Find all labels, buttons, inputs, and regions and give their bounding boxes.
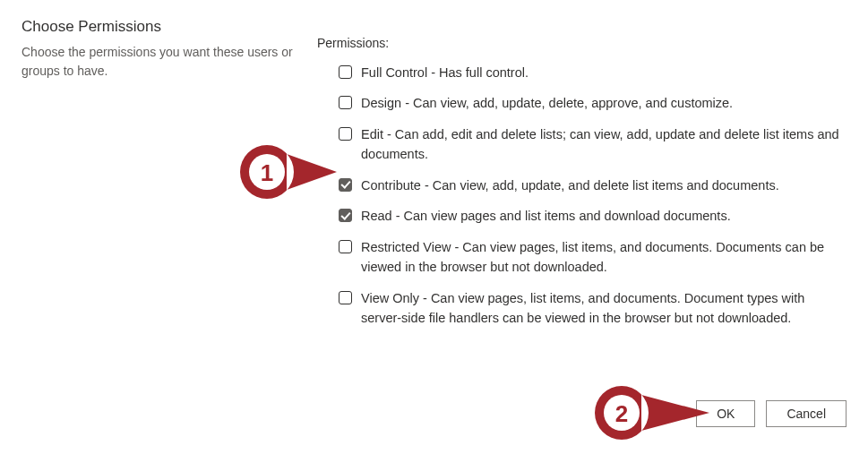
permissions-panel: Permissions: Full Control - Has full con… [317, 18, 847, 339]
permission-label: Restricted View - Can view pages, list i… [361, 237, 847, 278]
permission-label: Edit - Can add, edit and delete lists; c… [361, 124, 847, 165]
cancel-button[interactable]: Cancel [766, 400, 847, 427]
permission-label: Contribute - Can view, add, update, and … [361, 176, 779, 195]
permission-item: Full Control - Has full control. [339, 63, 847, 82]
permission-checkbox[interactable] [339, 291, 352, 304]
permission-item: Design - Can view, add, update, delete, … [339, 93, 847, 113]
permission-item: View Only - Can view pages, list items, … [339, 288, 847, 329]
permissions-label: Permissions: [317, 36, 847, 50]
permission-checkbox[interactable] [339, 178, 352, 192]
dialog-buttons: OK Cancel [696, 400, 847, 427]
permissions-list: Full Control - Has full control.Design -… [317, 63, 847, 329]
permission-label: View Only - Can view pages, list items, … [361, 288, 847, 329]
permission-checkbox[interactable] [339, 209, 352, 222]
permission-checkbox[interactable] [339, 96, 352, 109]
callout-marker-2: 2 [595, 386, 711, 440]
permission-label: Design - Can view, add, update, delete, … [361, 93, 733, 113]
permission-item: Edit - Can add, edit and delete lists; c… [339, 124, 847, 165]
permission-checkbox[interactable] [339, 127, 352, 141]
permission-item: Read - Can view pages and list items and… [339, 206, 847, 226]
svg-text:2: 2 [615, 400, 628, 427]
section-title: Choose Permissions [21, 18, 299, 36]
section-description: Choose the permissions you want these us… [21, 43, 299, 81]
permission-label: Read - Can view pages and list items and… [361, 206, 731, 226]
permission-checkbox[interactable] [339, 240, 352, 253]
svg-text:1: 1 [261, 159, 273, 186]
callout-marker-1: 1 [240, 145, 339, 199]
permission-label: Full Control - Has full control. [361, 63, 529, 82]
permission-item: Restricted View - Can view pages, list i… [339, 237, 847, 278]
permission-item: Contribute - Can view, add, update, and … [339, 176, 847, 195]
permission-checkbox[interactable] [339, 65, 352, 79]
